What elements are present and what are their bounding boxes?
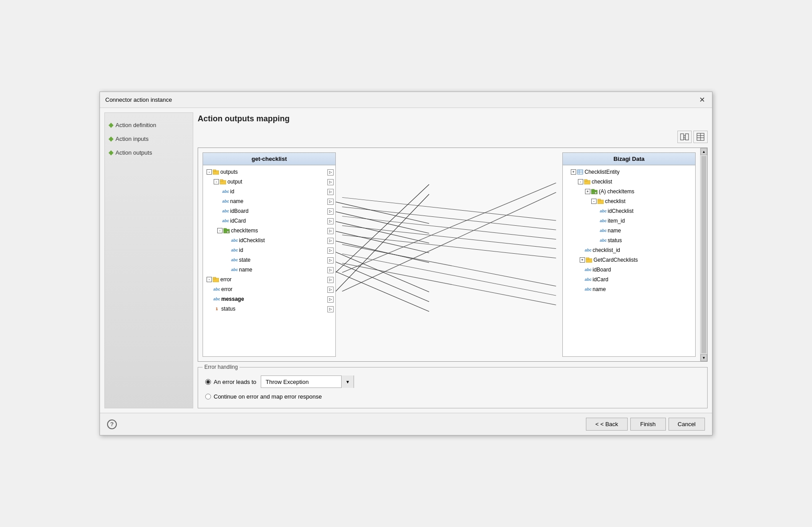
tree-row: + ChecklistEntity [563,167,695,177]
abc-icon: abc [231,247,238,253]
scroll-up-btn[interactable]: ▲ [701,148,707,155]
arrow-btn[interactable]: ▷ [327,267,334,273]
svg-rect-51 [597,199,601,201]
footer: ? < < Back Finish Cancel [100,413,712,435]
tree-row: - checklist [563,196,695,206]
expander[interactable]: + [571,169,576,175]
radio-label-1[interactable]: An error leads to [205,379,256,385]
folder-icon [584,179,590,185]
tree-row: abc name [563,284,695,294]
arrow-btn[interactable]: ▷ [327,218,334,224]
arrow-btn[interactable]: ▷ [327,248,334,254]
folder-icon [213,169,219,175]
arrow-btn[interactable]: ▷ [327,287,334,293]
tree-row: abc idCard ▷ [203,216,335,226]
arrow-btn[interactable]: ▷ [327,296,334,303]
sidebar-item-action-outputs[interactable]: Action outputs [109,149,188,156]
svg-rect-46 [584,180,587,181]
expander[interactable]: - [207,277,212,282]
abc-icon: abc [600,228,606,234]
abc-icon: abc [231,237,238,244]
tree-label: checklist_id [593,247,620,253]
dropdown-value: Throw Exception [261,379,341,385]
left-tree: - outputs ▷ [203,165,335,315]
tree-row: + (A) checkItems [563,187,695,196]
tree-row: abc error ▷ [203,284,335,294]
expander[interactable]: - [214,179,219,184]
table-view-btn[interactable] [693,131,708,143]
cancel-button[interactable]: Cancel [669,418,705,431]
abc-icon: abc [223,218,229,224]
arrow-btn[interactable]: ▷ [327,257,334,264]
abc-icon: abc [214,286,220,292]
help-button[interactable]: ? [107,419,117,429]
tree-label: output [227,179,242,185]
arrow-btn[interactable]: ▷ [327,306,334,312]
expander[interactable]: - [217,228,223,233]
arrow-btn[interactable]: ▷ [327,199,334,205]
expander[interactable]: + [580,257,585,263]
arrow-btn[interactable]: ▷ [327,179,334,185]
tree-label: (A) checkItems [599,188,634,195]
sidebar-item-action-inputs[interactable]: Action inputs [109,136,188,142]
tree-label: outputs [220,169,238,175]
dropdown-arrow-btn[interactable]: ▼ [341,375,354,388]
radio-label-2[interactable]: Continue on error and map error response [205,393,322,400]
radio-input-2[interactable] [205,394,211,399]
svg-rect-27 [223,228,227,230]
expander[interactable]: + [585,189,590,194]
dialog-title: Connector action instance [105,96,172,103]
tree-label: message [221,296,244,302]
sidebar-item-action-definition[interactable]: Action definition [109,122,188,128]
tree-label: name [608,228,621,234]
tree-row: abc idCard [563,275,695,284]
svg-line-38 [342,263,556,305]
scrollbar[interactable]: ▲ ▼ [700,148,707,361]
abc-icon: abc [600,237,606,244]
tree-row: abc status [563,236,695,245]
error-handling-legend: Error handling [203,364,239,370]
svg-rect-53 [586,258,589,260]
dropdown-container[interactable]: Throw Exception ▼ [261,375,354,388]
arrow-btn[interactable]: ▷ [327,228,334,234]
svg-line-39 [342,183,556,273]
tree-label: status [221,306,235,312]
page-title: Action outputs mapping [198,112,708,127]
tree-row: + GetCardChecklists [563,255,695,265]
abc-icon: abc [585,267,591,273]
close-button[interactable]: ✕ [697,96,707,104]
tree-label: checklist [592,179,612,185]
scrollbar-thumb[interactable] [701,156,706,353]
tree-row: - error ▷ [203,275,335,284]
arrow-btn[interactable]: ▷ [327,277,334,283]
tree-label: error [220,276,231,283]
folder-icon [597,198,604,204]
arrow-btn[interactable]: ▷ [327,238,334,244]
radio-input-1[interactable] [205,379,211,385]
arrow-btn[interactable]: ▷ [327,208,334,215]
tree-row: abc id ▷ [203,245,335,255]
error-row-1: An error leads to Throw Exception ▼ [205,373,700,391]
tree-label: item_id [608,218,625,224]
mapping-view-btn[interactable] [677,131,692,143]
left-panel-header: get-checklist [203,153,335,165]
num-icon: 1 [214,306,220,312]
abc-icon: abc [585,247,591,253]
tree-row: - output ▷ [203,177,335,187]
mapping-scroll[interactable]: get-checklist - outputs [198,148,700,361]
tree-label: name [239,267,252,273]
arrow-btn[interactable]: ▷ [327,189,334,195]
tree-row: abc checklist_id [563,245,695,255]
finish-button[interactable]: Finish [630,418,666,431]
error-row-2: Continue on error and map error response [205,391,700,403]
expander[interactable]: - [591,199,597,204]
arrow-btn[interactable]: ▷ [327,169,334,176]
expander[interactable]: - [578,179,583,184]
folder-green-key-icon [223,228,230,234]
tree-row: abc id ▷ [203,187,335,196]
expander[interactable]: - [207,169,212,175]
scroll-down-btn[interactable]: ▼ [701,354,707,361]
svg-rect-30 [213,277,216,279]
mapping-icon [680,133,689,141]
back-button[interactable]: < < Back [586,418,627,431]
